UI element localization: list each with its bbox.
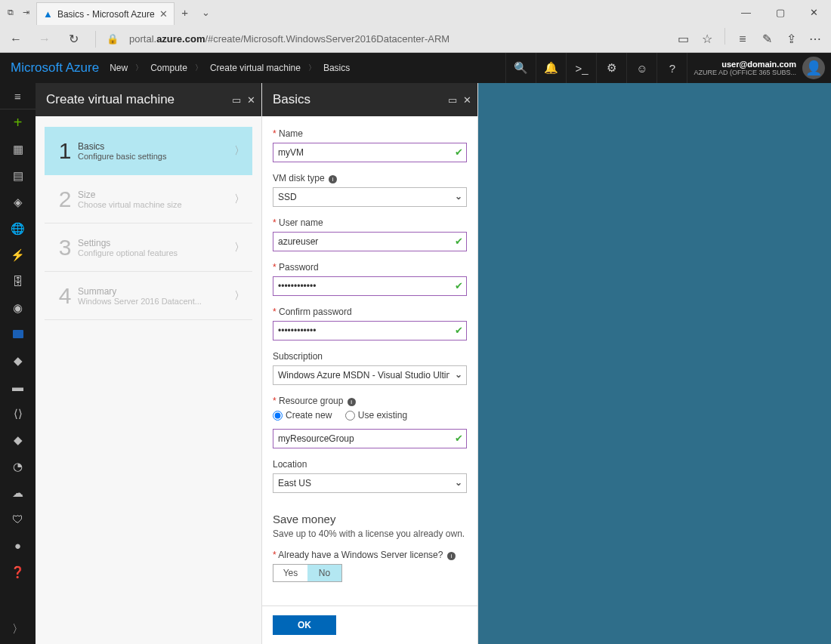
search-icon[interactable]: 🔍 bbox=[505, 53, 536, 83]
notes-icon[interactable]: ✎ bbox=[755, 28, 778, 51]
subscription-select[interactable]: Windows Azure MSDN - Visual Studio Ultim bbox=[273, 365, 467, 385]
feedback-icon[interactable]: ☺ bbox=[626, 53, 656, 83]
crumb[interactable]: New bbox=[110, 63, 128, 73]
disk-type-label: VM disk type i bbox=[273, 173, 467, 183]
azure-icon: ▲ bbox=[43, 8, 53, 20]
nav-vnet-icon[interactable]: ⟨⟩ bbox=[0, 400, 36, 427]
location-select[interactable]: East US bbox=[273, 473, 467, 493]
hub-icon[interactable]: ≡ bbox=[731, 28, 754, 51]
subscription-label: Subscription bbox=[273, 351, 467, 362]
new-resource-button[interactable]: + bbox=[0, 109, 36, 136]
chevron-right-icon: 〉 bbox=[234, 193, 245, 206]
password-input[interactable] bbox=[273, 276, 467, 296]
resource-group-input[interactable] bbox=[273, 429, 467, 448]
forward-button[interactable]: → bbox=[33, 28, 56, 51]
portal-background bbox=[478, 83, 831, 644]
user-menu[interactable]: user@domain.com AZURE AD (OFFICE 365 SUB… bbox=[687, 53, 831, 83]
blade-title: Create virtual machine bbox=[46, 92, 175, 107]
step-basics[interactable]: 1 BasicsConfigure basic settings 〉 bbox=[45, 127, 252, 175]
license-yes-button[interactable]: Yes bbox=[273, 565, 307, 581]
close-window-button[interactable]: ✕ bbox=[797, 2, 831, 23]
close-tab-icon[interactable]: ✕ bbox=[159, 8, 168, 20]
nav-security-icon[interactable]: 🛡 bbox=[0, 506, 36, 532]
nav-advisor-icon[interactable]: ☁ bbox=[0, 479, 36, 506]
info-icon[interactable]: i bbox=[447, 552, 456, 560]
nav-monitor-icon[interactable]: ◔ bbox=[0, 453, 36, 479]
location-label: Location bbox=[273, 459, 467, 470]
tab-chevron-icon[interactable]: ⌄ bbox=[196, 7, 217, 18]
confirm-password-input[interactable] bbox=[273, 321, 467, 340]
expand-nav-button[interactable]: 〉 bbox=[0, 614, 36, 644]
nav-all-resources-icon[interactable]: ▤ bbox=[0, 162, 36, 189]
maximize-blade-icon[interactable]: ▭ bbox=[448, 94, 457, 106]
nav-cosmos-icon[interactable]: ◉ bbox=[0, 294, 36, 321]
rg-use-existing-radio[interactable]: Use existing bbox=[345, 410, 407, 421]
save-money-title: Save money bbox=[273, 513, 467, 525]
nav-dashboard-icon[interactable]: ▦ bbox=[0, 136, 36, 162]
step-summary[interactable]: 4 SummaryWindows Server 2016 Datacent...… bbox=[45, 272, 252, 320]
license-question-label: Already have a Windows Server license? i bbox=[273, 550, 467, 560]
avatar-icon: 👤 bbox=[802, 57, 825, 79]
blade-header: Basics ▭ ✕ bbox=[262, 83, 477, 116]
tab-actions-icon[interactable]: ⧉ bbox=[5, 7, 17, 19]
ok-button[interactable]: OK bbox=[273, 615, 336, 635]
help-icon[interactable]: ? bbox=[656, 53, 687, 83]
chevron-right-icon: 〉 bbox=[234, 241, 245, 254]
user-email: user@domain.com bbox=[694, 60, 796, 69]
nav-help-icon[interactable]: ❓ bbox=[0, 559, 36, 585]
nav-aad-icon[interactable]: ◆ bbox=[0, 427, 36, 453]
nav-load-balancer-icon[interactable]: ◆ bbox=[0, 347, 36, 374]
tab-preview-icon[interactable]: ⇥ bbox=[20, 7, 32, 19]
gear-icon[interactable]: ⚙ bbox=[596, 53, 626, 83]
separator bbox=[724, 28, 725, 45]
refresh-button[interactable]: ↻ bbox=[62, 28, 85, 51]
side-nav: ≡ + ▦ ▤ ◈ 🌐 ⚡ 🗄 ◉ ◆ ▬ ⟨⟩ ◆ ◔ ☁ 🛡 ● ❓ 〉 bbox=[0, 83, 36, 644]
disk-type-select[interactable]: SSD bbox=[273, 187, 467, 207]
user-org: AZURE AD (OFFICE 365 SUBS... bbox=[694, 69, 796, 76]
valid-icon: ✔ bbox=[455, 146, 463, 158]
chevron-right-icon: 〉 bbox=[234, 289, 245, 303]
maximize-blade-icon[interactable]: ▭ bbox=[232, 94, 241, 106]
nav-storage-icon[interactable]: ▬ bbox=[0, 374, 36, 400]
blade-title: Basics bbox=[273, 92, 310, 107]
cloud-shell-icon[interactable]: >_ bbox=[566, 53, 596, 83]
nav-functions-icon[interactable]: ⚡ bbox=[0, 242, 36, 268]
separator bbox=[95, 31, 96, 48]
nav-app-services-icon[interactable]: 🌐 bbox=[0, 215, 36, 242]
favorite-icon[interactable]: ☆ bbox=[696, 28, 718, 51]
notifications-icon[interactable]: 🔔 bbox=[536, 53, 566, 83]
nav-resource-groups-icon[interactable]: ◈ bbox=[0, 189, 36, 215]
username-input[interactable] bbox=[273, 232, 467, 251]
minimize-button[interactable]: — bbox=[729, 2, 763, 23]
maximize-button[interactable]: ▢ bbox=[763, 2, 797, 23]
crumb[interactable]: Basics bbox=[323, 63, 350, 73]
share-icon[interactable]: ⇪ bbox=[780, 28, 802, 51]
back-button[interactable]: ← bbox=[5, 28, 27, 51]
reading-view-icon[interactable]: ▭ bbox=[672, 28, 694, 51]
breadcrumb: New〉 Compute〉 Create virtual machine〉 Ba… bbox=[110, 63, 350, 73]
hamburger-icon[interactable]: ≡ bbox=[0, 83, 36, 109]
info-icon[interactable]: i bbox=[348, 398, 356, 406]
browser-chrome: ⧉ ⇥ ▲ Basics - Microsoft Azure ✕ + ⌄ — ▢… bbox=[0, 0, 831, 53]
confirm-password-label: Confirm password bbox=[273, 307, 467, 317]
rg-create-new-radio[interactable]: Create new bbox=[273, 410, 332, 421]
azure-logo[interactable]: Microsoft Azure bbox=[11, 60, 99, 75]
step-settings[interactable]: 3 SettingsConfigure optional features 〉 bbox=[45, 223, 252, 272]
license-no-button[interactable]: No bbox=[307, 565, 341, 581]
crumb[interactable]: Compute bbox=[150, 63, 187, 73]
new-tab-button[interactable]: + bbox=[175, 6, 196, 19]
step-size[interactable]: 2 SizeChoose virtual machine size 〉 bbox=[45, 175, 252, 223]
crumb[interactable]: Create virtual machine bbox=[210, 63, 301, 73]
address-bar[interactable]: 🔒 portal.azure.com/#create/Microsoft.Win… bbox=[107, 33, 666, 45]
url-pre: portal. bbox=[129, 33, 156, 45]
license-toggle: Yes No bbox=[273, 564, 342, 582]
browser-tab[interactable]: ▲ Basics - Microsoft Azure ✕ bbox=[36, 2, 175, 25]
info-icon[interactable]: i bbox=[329, 175, 337, 183]
close-blade-icon[interactable]: ✕ bbox=[463, 94, 471, 106]
nav-sql-icon[interactable]: 🗄 bbox=[0, 268, 36, 294]
close-blade-icon[interactable]: ✕ bbox=[247, 94, 255, 106]
nav-cost-icon[interactable]: ● bbox=[0, 532, 36, 559]
nav-vm-icon[interactable] bbox=[0, 321, 36, 347]
name-input[interactable] bbox=[273, 143, 467, 162]
more-icon[interactable]: ⋯ bbox=[804, 28, 826, 51]
